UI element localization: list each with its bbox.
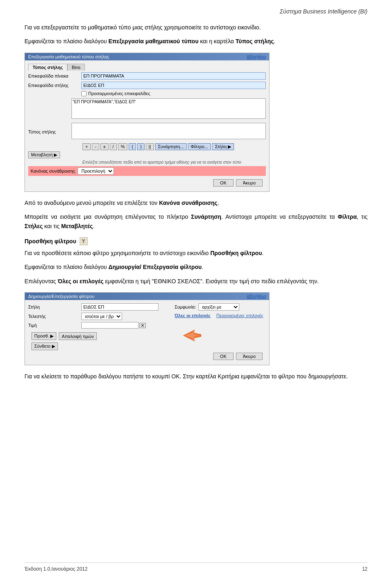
dialog1-titlebar: Επεξεργασία μαθηματικού τύπου στήλης &Βο…: [25, 53, 269, 60]
footer-edition: Έκδοση 1.0,Ιανουάριος 2012: [24, 566, 87, 572]
dialog1-body: Τύπος στήλης Bins Επικεφαλίδα πίνακα ΕΠ …: [25, 60, 269, 191]
dialog1-screenshot: Επεξεργασία μαθηματικού τύπου στήλης &Βο…: [24, 53, 270, 192]
dialog2-symf-select[interactable]: αρχίζει με: [198, 303, 239, 311]
dialog1-ok-button[interactable]: ΟΚ: [213, 179, 234, 187]
paragraph1: Για να επεξεργαστείτε το μαθηματικό τύπο…: [24, 23, 368, 32]
dialog1-input-epikef-stilis[interactable]: ΕΙΔΟΣ ΕΠ: [81, 82, 266, 89]
section-filter-para1: Για να προσθέσετε κάποιο φίλτρο χρησιμοπ…: [24, 249, 368, 258]
tab-bins[interactable]: Bins: [67, 64, 85, 71]
dialog1-title: Επεξεργασία μαθηματικού τύπου στήλης: [28, 54, 109, 59]
dialog2-right: Συμφωνία: αρχίζει με Όλες οι επιλογές Πε…: [167, 303, 266, 351]
dialog2-title: Δημιουργία/Επεξεργασία φίλτρου: [28, 294, 94, 299]
dialog2-input-stili[interactable]: ΕΙΔΟΣ ΕΠ: [81, 303, 158, 311]
dialog1-tabs: Τύπος στήλης Bins: [28, 64, 266, 71]
orange-arrow-icon: [179, 325, 203, 346]
dialog2-symf-row: Συμφωνία: αρχίζει με: [175, 303, 239, 311]
btn-metavliti[interactable]: Μεταβλητή ▶: [28, 151, 60, 158]
paragraph2: Εμφανίζεται το πλαίσιο διαλόγου Επεξεργα…: [24, 37, 368, 46]
dialog2-select-telestis[interactable]: ισούται με / βρίσκεται σε: [81, 313, 122, 320]
dialog2-options-links: Όλες οι επιλογές Περιορισμένες επιλογές: [175, 313, 266, 318]
page-header: Σύστημα Business Intelligence (BI): [24, 8, 368, 15]
dialog1-textarea[interactable]: "ΕΠ ΠΡΟΓΡΑΜΜΑΤΑ","ΕΙΔΟΣ ΕΠ": [71, 98, 266, 119]
dialog2-timi-input[interactable]: [81, 322, 138, 329]
btn-divide[interactable]: /: [110, 143, 117, 150]
dialog1-status-text: Επιλέξτε οποιοδήποτε πεδίο από το αριστε…: [28, 160, 266, 164]
btn-plus[interactable]: +: [82, 143, 91, 150]
dialog2-left: Στήλη ΕΙΔΟΣ ΕΠ Τελεστής ισούται με / βρί…: [28, 303, 158, 351]
dialog2-symf-label: Συμφωνία:: [175, 304, 196, 309]
btn-close-paren[interactable]: ): [137, 143, 145, 150]
dialog2-screenshot: Δημιουργία/Επεξεργασία φίλτρου &Βοήθεια …: [24, 292, 270, 365]
footer-page-number: 12: [362, 566, 368, 572]
filter-add-icon: [80, 237, 88, 245]
dialog1-checkbox-row: Προσαρμοσμένες επικεφαλίδες: [28, 91, 266, 96]
dialog2-label-stili: Στήλη: [28, 304, 81, 309]
dialog2-limited-options-link[interactable]: Περιορισμένες επιλογές: [216, 313, 263, 318]
dialog2-body: Στήλη ΕΙΔΟΣ ΕΠ Τελεστής ισούται με / βρί…: [25, 300, 269, 365]
dialog2-timi-input-row: ✕: [81, 322, 146, 329]
dialog2-remove-button[interactable]: Απαλοιφή τιμών: [59, 332, 97, 340]
tab-typos-stilis[interactable]: Τύπος στήλης: [28, 64, 67, 71]
btn-percent[interactable]: %: [118, 143, 128, 150]
dialog1-kanones-select[interactable]: Προεπιλογή: [78, 167, 114, 175]
btn-minus[interactable]: -: [92, 143, 99, 150]
dialog1-ok-cancel: ΟΚ Άκυρο: [28, 178, 266, 188]
header-title: Σύστημα Business Intelligence (BI): [280, 8, 368, 15]
section-filter-para3: Επιλέγοντας Όλες οι επιλογές εμφανίζεται…: [24, 277, 368, 286]
dialog2-row-telestis: Τελεστής ισούται με / βρίσκεται σε: [28, 313, 158, 320]
dialog1-formula-buttons: + - x / % ( ) || Συνάρτηση... Φίλτρο... …: [28, 143, 266, 158]
dialog1-label-epikef-stilis: Επικεφαλίδα στήλης: [28, 83, 81, 88]
dialog1-checkbox-label: Προσαρμοσμένες επικεφαλίδες: [88, 91, 150, 96]
dialog1-kanones-row: Κανόνας συνάθροισης Προεπιλογή: [28, 166, 266, 176]
dialog1-input-epikef-pinaka[interactable]: ΕΠ ΠΡΟΓΡΑΜΜΑΤΑ: [81, 72, 266, 80]
dialog1-help-link[interactable]: &Βοήθεια: [247, 54, 266, 59]
dialog2-help-link[interactable]: &Βοήθεια: [247, 294, 266, 299]
dialog1-textarea-row: "ΕΠ ΠΡΟΓΡΑΜΜΑΤΑ","ΕΙΔΟΣ ΕΠ": [28, 98, 266, 121]
dialog2-titlebar: Δημιουργία/Επεξεργασία φίλτρου &Βοήθεια: [25, 293, 269, 300]
dialog2-label-telestis: Τελεστής: [28, 314, 81, 319]
paragraph4: Μπορείτε να εισάγετε μια συνάρτηση επιλέ…: [24, 212, 368, 231]
btn-synartisi[interactable]: Συνάρτηση...: [155, 143, 187, 150]
dialog2-timi-clear-button[interactable]: ✕: [139, 323, 146, 328]
dialog1-typos-row: Τύπος στήλης: [28, 123, 266, 141]
dialog2-all-options-link[interactable]: Όλες οι επιλογές: [175, 313, 211, 318]
paragraph3: Από το αναδυόμενο μενού μπορείτε να επιλ…: [24, 198, 368, 207]
dialog1-typos-label: Τύπος στήλης: [28, 129, 71, 134]
dialog1-row-epikef-pinaka: Επικεφαλίδα πίνακα ΕΠ ΠΡΟΓΡΑΜΜΑΤΑ: [28, 72, 266, 80]
dialog1-checkbox-prosarmogmenes[interactable]: [81, 91, 87, 96]
dialog2-cancel-button[interactable]: Άκυρο: [236, 353, 263, 360]
btn-stili[interactable]: Στήλη ▶: [212, 143, 234, 150]
dialog2-prosg-button[interactable]: Προσθ. ▶: [31, 332, 56, 340]
dialog1-row-epikef-stilis: Επικεφαλίδα στήλης ΕΙΔΟΣ ΕΠ: [28, 82, 266, 89]
dialog2-row-stili: Στήλη ΕΙΔΟΣ ΕΠ: [28, 303, 158, 311]
btn-concat[interactable]: ||: [146, 143, 154, 150]
dialog1-kanones-label: Κανόνας συνάθροισης: [31, 169, 75, 173]
paragraph-close: Για να κλείσετε το παράθυρο διαλόγου πατ…: [24, 372, 368, 381]
dialog2-ok-button[interactable]: ΟΚ: [213, 353, 234, 360]
section-filter-para2: Εμφανίζεται το πλαίσιο διαλόγου Δημιουργ…: [24, 262, 368, 271]
dialog1-formula-input[interactable]: [71, 123, 266, 139]
dialog1-cancel-button[interactable]: Άκυρο: [236, 179, 263, 187]
dialog2-syntheto-button[interactable]: Σύνθετο ▶: [31, 342, 58, 350]
btn-multiply[interactable]: x: [100, 143, 109, 150]
btn-filtro[interactable]: Φίλτρο...: [188, 143, 211, 150]
dialog2-bottom-buttons: Προσθ. ▶ Απαλοιφή τιμών: [28, 331, 158, 342]
dialog2-label-timi: Τιμή: [28, 323, 81, 328]
page-footer: Έκδοση 1.0,Ιανουάριος 2012 12: [24, 562, 368, 572]
dialog2-row-timi: Τιμή ✕: [28, 322, 158, 329]
arrow-graphic-container: [179, 325, 203, 347]
dialog2-ok-cancel: ΟΚ Άκυρο: [28, 351, 266, 362]
btn-open-paren[interactable]: (: [129, 143, 136, 150]
section-filter-heading: Προσθήκη φίλτρου: [24, 237, 368, 245]
dialog1-label-epikef-pinaka: Επικεφαλίδα πίνακα: [28, 73, 81, 78]
